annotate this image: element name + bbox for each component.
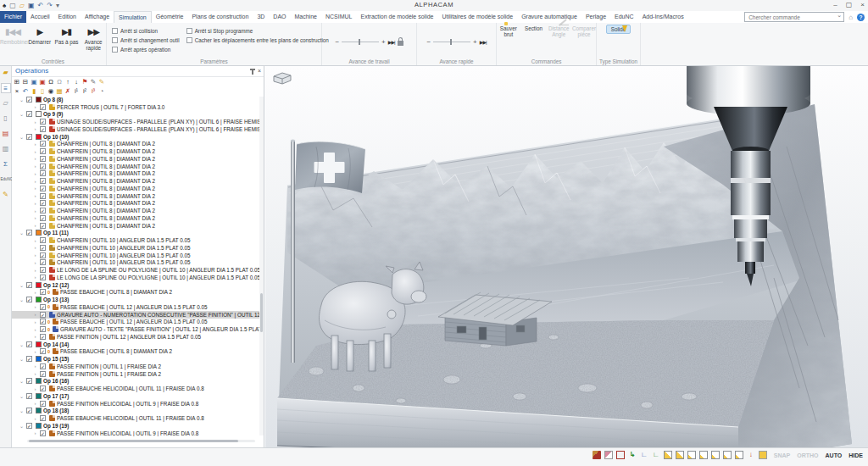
minimize-button[interactable]: – — [833, 1, 837, 9]
pin-icon[interactable] — [252, 69, 253, 75]
operation-checkbox[interactable]: ✓ — [40, 170, 46, 176]
chevron-right-icon[interactable]: › — [32, 179, 38, 184]
tree-group-row[interactable]: ⌄✓Op 15 (15) — [12, 355, 264, 363]
rapid-feed-slider-thumb[interactable] — [450, 39, 452, 45]
operation-checkbox[interactable]: ✓ — [40, 104, 46, 110]
operation-checkbox[interactable]: ✓ — [40, 186, 46, 191]
view-top-icon[interactable] — [676, 451, 684, 459]
operation-checkbox[interactable]: ✓ — [40, 119, 46, 125]
view-right-icon[interactable] — [723, 451, 732, 459]
operation-checkbox[interactable]: ✓ — [40, 259, 46, 265]
move-up-icon[interactable]: ↑ — [64, 78, 71, 86]
sauver-brut-button[interactable]: Sauver brut — [497, 25, 520, 38]
macros-tab[interactable]: ✎ — [1, 190, 11, 200]
checkbox-cacher-les-d-placements-entre-les-plans-de-construction[interactable]: Cacher les déplacements entre les plans … — [186, 37, 329, 43]
axis-bent-icon[interactable]: ↳ — [628, 451, 637, 459]
close-button[interactable]: × — [860, 1, 865, 9]
tab-affichage[interactable]: Affichage — [81, 11, 114, 23]
operation-checkbox[interactable]: ✓ — [40, 371, 46, 377]
chevron-right-icon[interactable]: › — [32, 141, 38, 147]
tree-group-row[interactable]: ⌄✓Op 16 (16) — [12, 378, 264, 386]
checkbox-box[interactable] — [186, 28, 192, 34]
tab-accueil[interactable]: Accueil — [26, 11, 54, 23]
info-3-icon[interactable]: i³ — [90, 87, 97, 95]
chevron-right-icon[interactable]: › — [32, 260, 38, 265]
chevron-right-icon[interactable]: › — [32, 215, 38, 220]
chevron-down-icon[interactable]: ⌄ — [19, 378, 25, 384]
tree-operation-row[interactable]: ›✓PASSE FINITION | OUTIL 1 | FRAISE DIA … — [12, 363, 264, 370]
chevron-right-icon[interactable]: › — [32, 319, 38, 325]
checkbox-arr-t-si-stop-programme[interactable]: Arrêt si Stop programme — [186, 28, 329, 34]
edit-icon[interactable]: ✎ — [90, 78, 97, 86]
operation-checkbox[interactable]: ✓ — [40, 334, 46, 340]
chevron-right-icon[interactable]: › — [32, 193, 38, 198]
simulation-viewport[interactable] — [265, 66, 868, 447]
tab-perlage[interactable]: Perlage — [581, 11, 610, 23]
operation-checkbox[interactable]: ✓ — [40, 289, 46, 295]
tree-operation-row[interactable]: ›✓CHANFREIN | OUTIL 8 | DIAMANT DIA 2 — [12, 141, 264, 148]
op-checkbox[interactable]: ✓ — [26, 134, 32, 140]
tree-group-row[interactable]: ⌄✓Op 13 (13) — [12, 296, 264, 303]
chevron-right-icon[interactable]: › — [32, 416, 38, 421]
work-feed-plus-button[interactable]: + — [381, 38, 386, 46]
tree-operation-row[interactable]: ›✓CHANFREIN | OUTIL 10 | ANGLEUR DIA 1.5… — [12, 259, 264, 267]
chevron-right-icon[interactable]: › — [32, 223, 38, 228]
tree-operation-row[interactable]: ›✓CHANFREIN | OUTIL 8 | DIAMANT DIA 2 — [12, 185, 264, 192]
chevron-right-icon[interactable]: › — [32, 104, 38, 109]
op-checkbox[interactable]: ✓ — [26, 282, 32, 288]
chevron-down-icon[interactable]: ⌄ — [19, 393, 25, 399]
search-input[interactable] — [747, 13, 832, 21]
chevron-down-icon[interactable]: ⌄ — [19, 356, 25, 362]
quick-edit-icon[interactable]: ✎ — [98, 78, 105, 86]
op-checkbox[interactable]: ✓ — [26, 423, 32, 429]
stock-box-icon[interactable] — [604, 451, 613, 459]
machine-sim-icon[interactable] — [593, 451, 601, 459]
operation-checkbox[interactable]: ✓ — [40, 348, 46, 354]
chevron-right-icon[interactable]: › — [32, 268, 38, 273]
tree-group-row[interactable]: ⌄✓Op 8 (8) — [12, 96, 264, 103]
op-checkbox[interactable]: ✓ — [26, 111, 32, 117]
tree-operation-row[interactable]: ›✓0PASSE EBAUCHE | OUTIL 12 | ANGLEUR DI… — [12, 319, 264, 326]
checkbox-box[interactable] — [112, 28, 118, 34]
tree-operation-row[interactable]: ›✓PASSE EBAUCHE HELICOIDAL | OUTIL 11 | … — [12, 385, 264, 392]
axis-z-icon[interactable]: ∟ — [640, 451, 648, 459]
tree-group-row[interactable]: ⌄✓Op 11 (11) — [12, 230, 264, 237]
operation-checkbox[interactable]: ✓ — [40, 215, 46, 221]
tree-operation-row[interactable]: ›✓PASSE FINITION | OUTIL 1 | FRAISE DIA … — [12, 370, 264, 378]
operation-checkbox[interactable]: ✓ — [40, 319, 46, 325]
feed-lock-icon[interactable] — [398, 41, 403, 46]
edunc-tab[interactable]: EduNC — [1, 175, 11, 185]
chevron-down-icon[interactable]: ⌄ — [19, 230, 25, 236]
view-front-icon[interactable] — [687, 451, 696, 459]
chevron-right-icon[interactable]: › — [32, 171, 38, 176]
checkbox-box[interactable] — [112, 37, 118, 43]
op-checkbox[interactable]: ✓ — [26, 297, 32, 302]
undo-op-icon[interactable]: ↶ — [22, 87, 29, 95]
op-checkbox[interactable]: ✓ — [26, 230, 32, 236]
operation-checkbox[interactable]: ✓ — [40, 200, 46, 206]
operation-checkbox[interactable]: ✓ — [40, 156, 46, 162]
rapid-feed-minus-button[interactable]: − — [426, 38, 431, 46]
op-checkbox[interactable]: ✓ — [26, 408, 32, 413]
section-button[interactable]: Section — [522, 25, 546, 32]
view-cube-icon[interactable] — [274, 73, 291, 84]
tree-operation-row[interactable]: ›✓CHANFREIN | OUTIL 8 | DIAMANT DIA 2 — [12, 170, 264, 178]
operation-checkbox[interactable]: ✓ — [40, 252, 46, 258]
tab-dao[interactable]: DAO — [269, 11, 290, 23]
axis-xy-icon[interactable]: ∟ — [652, 451, 660, 459]
tree-operation-row[interactable]: ›✓CHANFREIN | OUTIL 8 | DIAMANT DIA 2 — [12, 155, 264, 163]
info-1-icon[interactable]: i¹ — [73, 87, 80, 95]
chevron-right-icon[interactable]: › — [32, 290, 38, 295]
operation-checkbox[interactable]: ✓ — [40, 193, 46, 199]
tab-edition[interactable]: Edition — [54, 11, 81, 23]
tab-g-om-trie[interactable]: Géométrie — [152, 11, 188, 23]
unlock-icon[interactable]: ▯ — [39, 87, 46, 95]
chevron-right-icon[interactable]: › — [32, 238, 38, 243]
chevron-down-icon[interactable]: ⌄ — [19, 97, 25, 103]
work-plane-icon[interactable] — [759, 451, 767, 459]
tree-operation-row[interactable]: ›✓USINAGE SOLIDE/SURFACES - PARALLELE (P… — [12, 118, 264, 125]
tree-operation-row[interactable]: ›✓USINAGE SOLIDE/SURFACES - PARALLELE (P… — [12, 125, 264, 133]
checkbox-arr-t-apr-s-op-ration[interactable]: Arrêt après opération — [112, 47, 180, 53]
tree-operation-row[interactable]: ›✓PASSE FINITION HELICOIDAL | OUTIL 9 | … — [12, 430, 264, 436]
tab-ncsimul[interactable]: NCSIMUL — [321, 11, 357, 23]
